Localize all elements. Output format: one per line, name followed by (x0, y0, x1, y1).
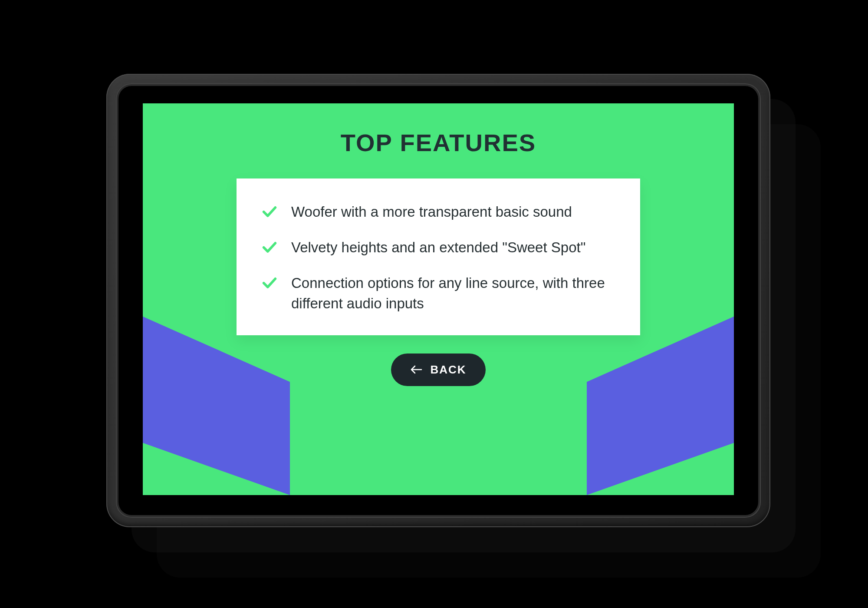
back-button-label: BACK (430, 363, 466, 377)
feature-text: Velvety heights and an extended "Sweet S… (291, 238, 585, 258)
check-icon (261, 203, 278, 220)
features-card: Woofer with a more transparent basic sou… (237, 178, 640, 335)
check-icon (261, 274, 278, 291)
screen: TOP FEATURES Woofer with a more transpar… (143, 103, 734, 495)
feature-item: Connection options for any line source, … (261, 273, 616, 313)
svg-marker-1 (143, 317, 290, 495)
feature-text: Connection options for any line source, … (291, 273, 616, 313)
page-title: TOP FEATURES (341, 129, 536, 157)
check-icon (261, 238, 278, 256)
device-frame: TOP FEATURES Woofer with a more transpar… (106, 74, 770, 527)
back-button[interactable]: BACK (391, 354, 485, 386)
arrow-left-icon (410, 365, 422, 374)
svg-marker-2 (587, 317, 734, 495)
feature-item: Woofer with a more transparent basic sou… (261, 202, 616, 222)
feature-text: Woofer with a more transparent basic sou… (291, 202, 572, 222)
feature-item: Velvety heights and an extended "Sweet S… (261, 238, 616, 258)
device-inner-border: TOP FEATURES Woofer with a more transpar… (116, 83, 761, 518)
device-bezel: TOP FEATURES Woofer with a more transpar… (118, 86, 758, 515)
